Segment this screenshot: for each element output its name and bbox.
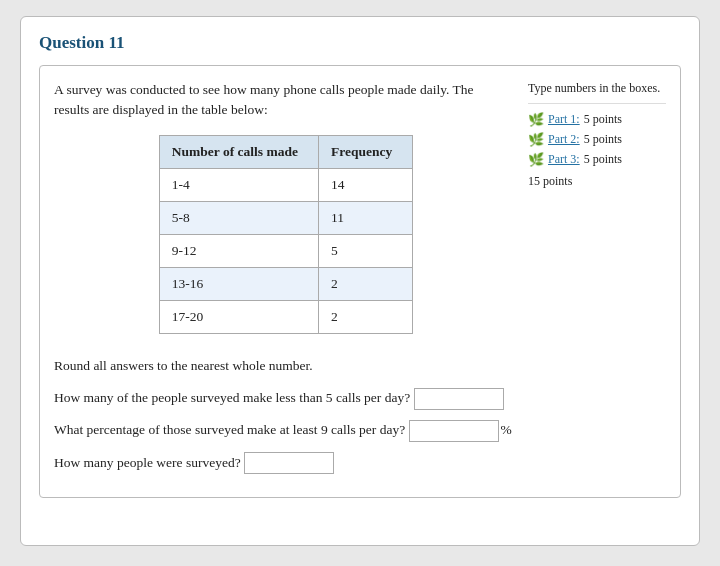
problem-text-line1: A survey was conducted to see how many p… [54,82,474,97]
part-icon: 🌿 [528,112,544,128]
part-icon: 🌿 [528,132,544,148]
q3-input[interactable] [244,452,334,474]
table-row-range: 13-16 [159,267,318,300]
sidebar-type-note: Type numbers in the boxes. [528,80,666,104]
q3-line: How many people were surveyed? [54,449,518,477]
rounding-note: Round all answers to the nearest whole n… [54,352,518,380]
col1-header: Number of calls made [159,135,318,168]
q2-label: What percentage of those surveyed make a… [54,422,405,437]
q1-label: How many of the people surveyed make les… [54,390,410,405]
table-row-frequency: 2 [318,300,412,333]
main-content: A survey was conducted to see how many p… [54,80,518,481]
table-row-frequency: 5 [318,234,412,267]
outer-card: Question 11 A survey was conducted to se… [20,16,700,546]
table-row-frequency: 11 [318,201,412,234]
inner-card: A survey was conducted to see how many p… [39,65,681,498]
sidebar: Type numbers in the boxes. 🌿Part 1: 5 po… [518,80,666,481]
q2-input[interactable] [409,420,499,442]
q1-line: How many of the people surveyed make les… [54,384,518,412]
sidebar-part-points-3: 5 points [584,152,622,167]
col2-header: Frequency [318,135,412,168]
problem-text: A survey was conducted to see how many p… [54,80,518,121]
sidebar-part-label-1[interactable]: Part 1: [548,112,580,127]
frequency-table: Number of calls made Frequency 1-4145-81… [159,135,413,334]
sidebar-part-label-3[interactable]: Part 3: [548,152,580,167]
table-row-frequency: 2 [318,267,412,300]
sidebar-part-2: 🌿Part 2: 5 points [528,132,666,148]
sidebar-part-3: 🌿Part 3: 5 points [528,152,666,168]
table-row-range: 17-20 [159,300,318,333]
q3-label: How many people were surveyed? [54,455,241,470]
question-title: Question 11 [39,33,681,53]
answers-section: Round all answers to the nearest whole n… [54,352,518,477]
sidebar-part-1: 🌿Part 1: 5 points [528,112,666,128]
table-wrapper: Number of calls made Frequency 1-4145-81… [54,135,518,334]
sidebar-part-points-1: 5 points [584,112,622,127]
sidebar-total: 15 points [528,174,666,189]
problem-text-line2: results are displayed in the table below… [54,102,268,117]
percent-symbol: % [501,422,512,437]
table-row-range: 1-4 [159,168,318,201]
q2-line: What percentage of those surveyed make a… [54,416,518,444]
part-icon: 🌿 [528,152,544,168]
table-row-range: 9-12 [159,234,318,267]
q1-input[interactable] [414,388,504,410]
table-row-range: 5-8 [159,201,318,234]
sidebar-part-points-2: 5 points [584,132,622,147]
table-row-frequency: 14 [318,168,412,201]
sidebar-part-label-2[interactable]: Part 2: [548,132,580,147]
